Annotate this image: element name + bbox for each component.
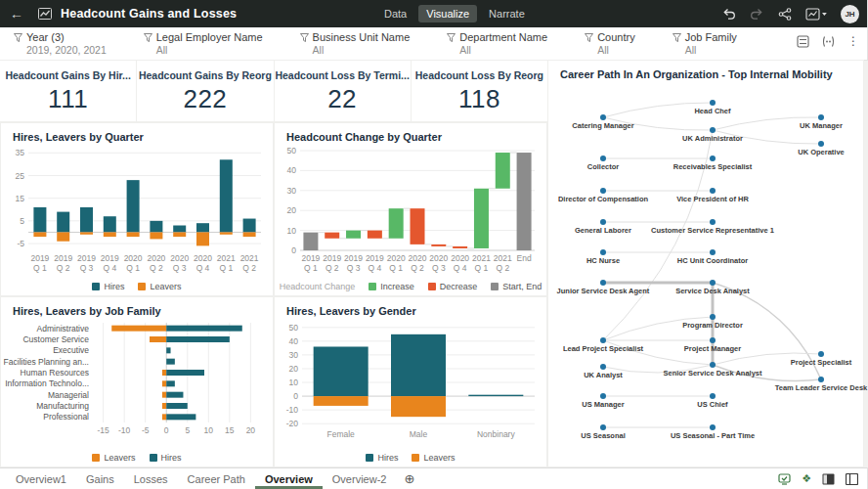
bar[interactable] bbox=[243, 232, 256, 237]
kpi-tile[interactable]: Headcount Loss By Reorg118 bbox=[412, 61, 547, 121]
node-head-chef[interactable] bbox=[710, 100, 716, 106]
legend-item[interactable]: Leavers bbox=[138, 282, 181, 291]
bar[interactable] bbox=[162, 414, 166, 420]
tab-career-path[interactable]: Career Path bbox=[178, 468, 255, 489]
legend-item[interactable]: Decrease bbox=[428, 282, 478, 291]
waterfall-bar[interactable] bbox=[474, 189, 489, 248]
filter-legal-employer-name[interactable]: Legal Employer NameAll bbox=[144, 31, 263, 56]
save-menu-icon[interactable] bbox=[805, 8, 827, 21]
node-uk-operative[interactable] bbox=[818, 141, 824, 147]
tile-hires-leavers-by-job-family[interactable]: Hires, Leavers by Job Family LeaversHire… bbox=[1, 297, 273, 467]
bar[interactable] bbox=[166, 392, 183, 398]
waterfall-bar[interactable] bbox=[431, 244, 446, 246]
bar[interactable] bbox=[391, 334, 446, 396]
bar[interactable] bbox=[196, 232, 209, 245]
bar[interactable] bbox=[127, 232, 140, 237]
node-vice-president-of-hr[interactable] bbox=[710, 188, 716, 194]
bar[interactable] bbox=[57, 212, 69, 233]
node-lead-project-specialist[interactable] bbox=[600, 337, 606, 343]
tile-hires-leavers-by-gender[interactable]: Hires, Leavers by Gender HiresLeavers -2… bbox=[275, 297, 546, 467]
legend-item[interactable]: Leavers bbox=[412, 453, 455, 463]
share-icon[interactable] bbox=[778, 8, 792, 21]
node-service-desk-analyst[interactable] bbox=[710, 280, 716, 286]
filter-business-unit-name[interactable]: Business Unit NameAll bbox=[300, 31, 411, 56]
node-project-manager[interactable] bbox=[710, 337, 716, 343]
node-hc-nurse[interactable] bbox=[600, 249, 606, 255]
bar[interactable] bbox=[127, 180, 140, 232]
bar[interactable] bbox=[166, 414, 195, 420]
tile-career-path-network[interactable]: Career Path In An Organization - Top Int… bbox=[548, 61, 863, 467]
kebab-menu-icon[interactable]: ⋮ bbox=[847, 34, 859, 48]
waterfall-bar[interactable] bbox=[368, 231, 382, 239]
bar[interactable] bbox=[104, 232, 116, 237]
filter-job-family[interactable]: Job FamilyAll bbox=[673, 31, 737, 56]
bar[interactable] bbox=[314, 346, 369, 396]
back-button[interactable]: ← bbox=[0, 0, 33, 27]
node-us-seasonal[interactable] bbox=[600, 424, 606, 430]
hires_leavers_job_family-plot[interactable]: -15-10-505101520AdministrativeCustomer S… bbox=[3, 319, 269, 444]
tab-overview1[interactable]: Overview1 bbox=[6, 468, 76, 489]
presentation-mode-icon[interactable] bbox=[821, 35, 836, 48]
node-team-leader-service-desk[interactable] bbox=[818, 377, 824, 382]
node-us-manager[interactable] bbox=[600, 393, 606, 399]
bar[interactable] bbox=[220, 159, 233, 232]
tab-losses[interactable]: Losses bbox=[124, 468, 178, 489]
legend-item[interactable]: Hires bbox=[150, 453, 182, 463]
bar[interactable] bbox=[166, 380, 175, 386]
data-panel-icon[interactable] bbox=[846, 473, 858, 485]
bar[interactable] bbox=[196, 223, 209, 232]
bar[interactable] bbox=[150, 221, 162, 233]
bar[interactable] bbox=[150, 232, 162, 239]
node-project-specialist[interactable] bbox=[818, 351, 824, 357]
bar[interactable] bbox=[80, 232, 93, 234]
bar[interactable] bbox=[33, 232, 46, 237]
auto-insights-icon[interactable]: ❖ bbox=[802, 473, 811, 484]
node-customer-service-representative-1[interactable] bbox=[710, 219, 716, 225]
node-uk-analyst[interactable] bbox=[600, 364, 606, 370]
node-uk-manager[interactable] bbox=[818, 114, 824, 120]
hires_leavers_gender-plot[interactable]: -20-1001020304050FemaleMaleNonbinary bbox=[277, 319, 542, 444]
add-canvas-icon[interactable]: ⊕ bbox=[396, 468, 422, 489]
node-senior-service-desk-analyst[interactable] bbox=[710, 362, 716, 368]
waterfall-bar[interactable] bbox=[303, 233, 318, 250]
nav-data[interactable]: Data bbox=[376, 5, 414, 22]
kpi-tile[interactable]: Headcount Gains By Hir...111 bbox=[0, 61, 136, 121]
filter-country[interactable]: CountryAll bbox=[585, 31, 635, 56]
tab-overview-2[interactable]: Overview-2 bbox=[323, 468, 397, 489]
kpi-tile[interactable]: Headcount Gains By Reorg222 bbox=[137, 61, 273, 121]
node-us-chief[interactable] bbox=[710, 393, 716, 399]
tab-overview[interactable]: Overview bbox=[255, 468, 323, 489]
legend-item[interactable]: Hires bbox=[366, 453, 398, 463]
node-junior-service-desk-agent[interactable] bbox=[600, 280, 606, 286]
undo-icon[interactable] bbox=[721, 8, 736, 21]
bar[interactable] bbox=[468, 395, 523, 396]
node-uk-administrator[interactable] bbox=[710, 127, 716, 133]
bar[interactable] bbox=[166, 326, 242, 332]
waterfall-bar[interactable] bbox=[496, 153, 510, 189]
tile-headcount-change-by-quarter[interactable]: Headcount Change by Quarter Headcount Ch… bbox=[275, 123, 546, 295]
legend-item[interactable]: Hires bbox=[92, 282, 124, 291]
bar[interactable] bbox=[173, 232, 186, 237]
waterfall-bar[interactable] bbox=[389, 208, 404, 239]
node-catering-manager[interactable] bbox=[600, 114, 606, 120]
bar[interactable] bbox=[166, 336, 230, 342]
legend-item[interactable]: Headcount Change bbox=[280, 282, 356, 291]
bar[interactable] bbox=[162, 392, 166, 398]
career_path-plot[interactable]: Catering ManagerHead ChefUK ManagerUK Ad… bbox=[550, 80, 861, 464]
node-director-of-compensation[interactable] bbox=[600, 188, 606, 194]
bar[interactable] bbox=[166, 403, 188, 409]
node-us-seasonal-part-time[interactable] bbox=[710, 424, 716, 430]
quality-insights-icon[interactable] bbox=[778, 473, 791, 485]
bar[interactable] bbox=[243, 219, 256, 233]
bar[interactable] bbox=[166, 370, 204, 376]
legend-item[interactable]: Leavers bbox=[92, 453, 135, 463]
legend-item[interactable]: Increase bbox=[369, 282, 414, 291]
node-program-director[interactable] bbox=[710, 314, 716, 320]
bar[interactable] bbox=[80, 207, 93, 233]
headcount_change_quarter-plot[interactable]: 010203040502019Q 12019Q 22019Q 32019Q 42… bbox=[277, 145, 542, 278]
bar[interactable] bbox=[162, 380, 166, 386]
bar[interactable] bbox=[220, 232, 233, 234]
waterfall-bar[interactable] bbox=[346, 231, 361, 239]
bar[interactable] bbox=[391, 396, 446, 417]
hires_leavers_quarter-plot[interactable]: -551525352019Q 12019Q 22019Q 32019Q 4202… bbox=[3, 145, 269, 278]
